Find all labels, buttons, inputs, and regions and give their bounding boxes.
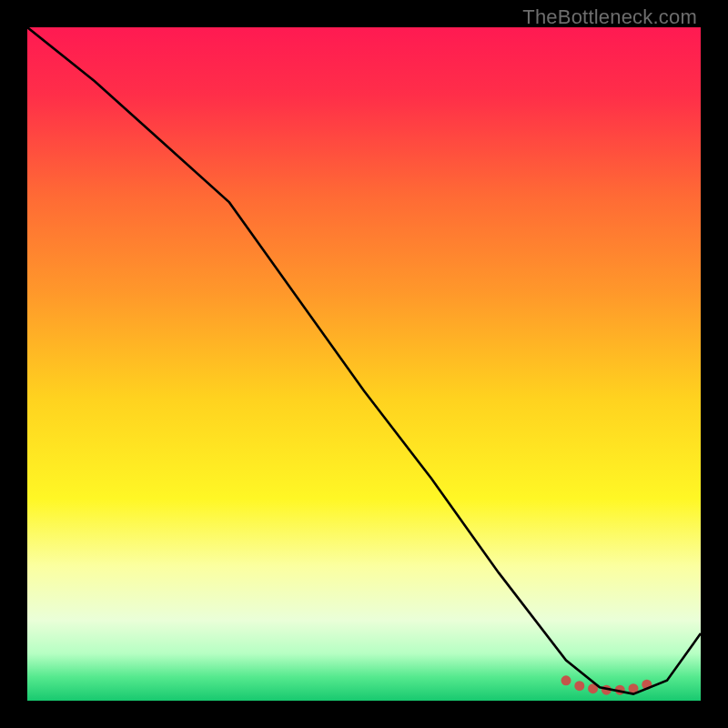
data-marker — [561, 675, 571, 685]
bottleneck-chart — [27, 27, 701, 701]
gradient-background — [27, 27, 701, 701]
watermark-text: TheBottleneck.com — [522, 5, 697, 29]
chart-frame — [27, 27, 701, 701]
data-marker — [574, 681, 584, 691]
